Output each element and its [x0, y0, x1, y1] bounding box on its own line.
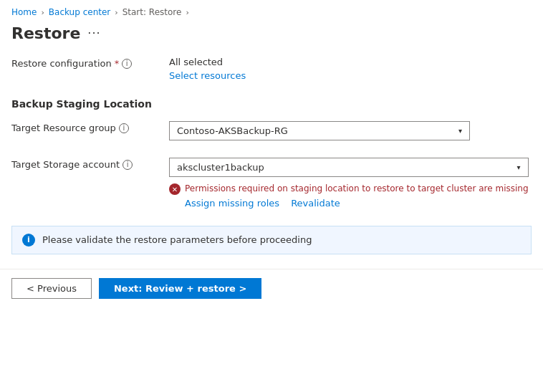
target-rg-dropdown-arrow: ▾ [458, 127, 462, 135]
target-storage-label: Target Storage account i [11, 158, 169, 170]
breadcrumb-sep-1: › [41, 8, 44, 17]
select-resources-link[interactable]: Select resources [169, 70, 246, 81]
main-content: Restore configuration * i All selected S… [0, 57, 543, 254]
target-rg-row: Target Resource group i Contoso-AKSBacku… [11, 121, 532, 140]
backup-staging-title: Backup Staging Location [11, 98, 532, 110]
target-storage-dropdown-value: akscluster1backup [177, 162, 264, 173]
restore-config-label-text: Restore configuration [11, 58, 112, 69]
breadcrumb-sep-2: › [115, 8, 117, 17]
target-storage-dropdown-arrow: ▾ [517, 163, 521, 171]
error-icon: ✕ [169, 183, 181, 195]
target-rg-dropdown-value: Contoso-AKSBackup-RG [177, 125, 288, 136]
breadcrumb-home[interactable]: Home [11, 7, 37, 17]
restore-config-value: All selected Select resources [169, 57, 246, 81]
error-links: Assign missing roles Revalidate [185, 198, 529, 209]
target-rg-info-icon[interactable]: i [119, 123, 129, 133]
page-title: Restore [11, 24, 80, 42]
restore-config-value-text: All selected [169, 57, 246, 67]
next-button[interactable]: Next: Review + restore > [99, 278, 261, 299]
restore-config-row: Restore configuration * i All selected S… [11, 57, 532, 81]
permissions-error-block: ✕ Permissions required on staging locati… [169, 183, 529, 209]
breadcrumb: Home › Backup center › Start: Restore › [0, 0, 543, 21]
target-storage-info-icon[interactable]: i [122, 160, 133, 170]
target-rg-dropdown[interactable]: Contoso-AKSBackup-RG ▾ [169, 121, 470, 140]
assign-missing-roles-link[interactable]: Assign missing roles [185, 198, 279, 209]
breadcrumb-start-restore: Start: Restore [122, 7, 182, 17]
restore-config-info-icon[interactable]: i [122, 59, 132, 69]
backup-staging-section: Backup Staging Location Target Resource … [11, 98, 532, 209]
info-banner-icon: i [22, 234, 35, 247]
target-rg-dropdown-wrapper: Contoso-AKSBackup-RG ▾ [169, 121, 470, 140]
target-storage-dropdown[interactable]: akscluster1backup ▾ [169, 158, 529, 177]
breadcrumb-backup-center[interactable]: Backup center [49, 7, 110, 17]
target-storage-dropdown-wrapper: akscluster1backup ▾ ✕ Permissions requir… [169, 158, 529, 209]
error-message: Permissions required on staging location… [185, 183, 529, 195]
target-rg-label-text: Target Resource group [11, 123, 116, 133]
footer: < Previous Next: Review + restore > [0, 269, 543, 307]
more-options-icon[interactable]: ··· [87, 27, 100, 40]
target-storage-row: Target Storage account i akscluster1back… [11, 158, 532, 209]
revalidate-link[interactable]: Revalidate [291, 198, 340, 209]
page-header: Restore ··· [0, 21, 543, 57]
required-star: * [115, 58, 120, 69]
info-banner: i Please validate the restore parameters… [11, 226, 532, 254]
breadcrumb-sep-3: › [186, 8, 188, 17]
previous-button[interactable]: < Previous [11, 278, 92, 299]
restore-config-label: Restore configuration * i [11, 57, 169, 69]
target-rg-label: Target Resource group i [11, 121, 169, 133]
error-content: Permissions required on staging location… [185, 183, 529, 209]
info-banner-text: Please validate the restore parameters b… [42, 234, 312, 245]
target-storage-label-text: Target Storage account [11, 159, 120, 170]
